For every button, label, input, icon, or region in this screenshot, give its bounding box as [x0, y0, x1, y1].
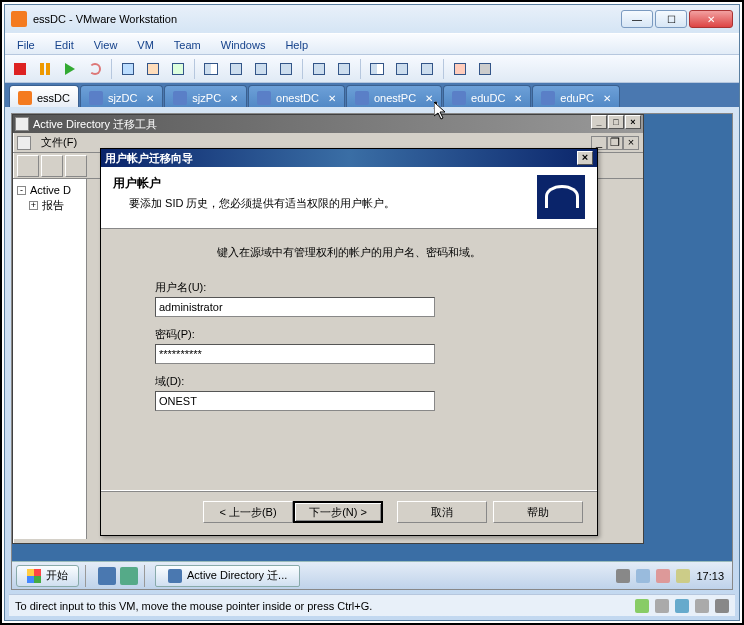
start-button[interactable]: 开始 — [16, 565, 79, 587]
ad-nav-back[interactable] — [17, 155, 39, 177]
guest-taskbar: 开始 Active Directory 迁... 17:13 — [12, 561, 732, 589]
menu-team[interactable]: Team — [166, 37, 209, 51]
wizard-instruction: 键入在源域中有管理权利的帐户的用户名、密码和域。 — [131, 245, 567, 260]
tree-child[interactable]: 报告 — [42, 198, 64, 213]
device-icon[interactable] — [635, 599, 649, 613]
ad-tool-btn[interactable] — [65, 155, 87, 177]
close-icon[interactable]: ✕ — [328, 93, 336, 104]
tab-edudc[interactable]: eduDC✕ — [443, 85, 531, 107]
unity-button[interactable] — [308, 58, 330, 80]
reset-button[interactable] — [84, 58, 106, 80]
cancel-button[interactable]: 取消 — [397, 501, 487, 523]
fullscreen-button[interactable] — [275, 58, 297, 80]
mouse-cursor-icon — [434, 102, 446, 120]
close-icon[interactable]: ✕ — [514, 93, 522, 104]
capture-button[interactable] — [416, 58, 438, 80]
ad-child-close[interactable]: × — [623, 136, 639, 150]
ad-close-button[interactable]: × — [625, 115, 641, 129]
tab-label: onestDC — [276, 92, 319, 104]
tree-root[interactable]: Active D — [30, 184, 71, 196]
tab-edupc[interactable]: eduPC✕ — [532, 85, 620, 107]
close-icon[interactable]: ✕ — [230, 93, 238, 104]
menu-windows[interactable]: Windows — [213, 37, 274, 51]
record-button[interactable] — [449, 58, 471, 80]
menu-file[interactable]: File — [9, 37, 43, 51]
task-icon — [168, 569, 182, 583]
device-icon[interactable] — [695, 599, 709, 613]
username-input[interactable] — [155, 297, 435, 317]
quicklaunch-icon[interactable] — [120, 567, 138, 585]
start-label: 开始 — [46, 568, 68, 583]
taskbar-item[interactable]: Active Directory 迁... — [155, 565, 300, 587]
close-icon[interactable]: ✕ — [603, 93, 611, 104]
task-label: Active Directory 迁... — [187, 568, 287, 583]
tray-icon[interactable] — [636, 569, 650, 583]
close-button[interactable]: ✕ — [689, 10, 733, 28]
ad-nav-fwd[interactable] — [41, 155, 63, 177]
back-button[interactable]: < 上一步(B) — [203, 501, 293, 523]
tab-label: eduDC — [471, 92, 505, 104]
status-text: To direct input to this VM, move the mou… — [15, 600, 372, 612]
tab-label: sjzDC — [108, 92, 137, 104]
ad-maximize-button[interactable]: □ — [608, 115, 624, 129]
appliance-button[interactable] — [391, 58, 413, 80]
power-off-button[interactable] — [9, 58, 31, 80]
power-on-button[interactable] — [59, 58, 81, 80]
ad-minimize-button[interactable]: _ — [591, 115, 607, 129]
snapshot-button[interactable] — [117, 58, 139, 80]
next-button[interactable]: 下一步(N) > — [293, 501, 383, 523]
wizard-heading: 用户帐户 — [113, 175, 537, 192]
close-icon[interactable]: ✕ — [146, 93, 154, 104]
console-button[interactable] — [250, 58, 272, 80]
svg-marker-0 — [434, 102, 445, 119]
wizard-close-button[interactable]: × — [577, 151, 593, 165]
tree-expand-icon[interactable]: + — [29, 201, 38, 210]
help-button[interactable]: 帮助 — [493, 501, 583, 523]
guest-desktop[interactable]: Active Directory 迁移工具 _ □ × 文件(F) _ ❐ × — [12, 114, 732, 589]
ad-child-restore[interactable]: ❐ — [607, 136, 623, 150]
clock[interactable]: 17:13 — [696, 570, 724, 582]
ad-menu-file[interactable]: 文件(F) — [35, 133, 83, 152]
tab-essdc[interactable]: essDC — [9, 85, 79, 107]
menu-edit[interactable]: Edit — [47, 37, 82, 51]
replay-button[interactable] — [333, 58, 355, 80]
minimize-button[interactable]: — — [621, 10, 653, 28]
menu-vm[interactable]: VM — [129, 37, 162, 51]
tray-icon[interactable] — [656, 569, 670, 583]
maximize-button[interactable]: ☐ — [655, 10, 687, 28]
tray-icon[interactable] — [676, 569, 690, 583]
ad-window-title: Active Directory 迁移工具 — [33, 117, 641, 132]
menu-help[interactable]: Help — [277, 37, 316, 51]
tree-collapse-icon[interactable]: - — [17, 186, 26, 195]
tab-label: onestPC — [374, 92, 416, 104]
manage-button[interactable] — [167, 58, 189, 80]
suspend-button[interactable] — [34, 58, 56, 80]
device-icon[interactable] — [655, 599, 669, 613]
close-icon[interactable]: ✕ — [425, 93, 433, 104]
tab-sjzdc[interactable]: sjzDC✕ — [80, 85, 163, 107]
toolbar — [5, 55, 739, 83]
wizard-title: 用户帐户迁移向导 — [105, 151, 193, 166]
domain-label: 域(D): — [155, 374, 567, 389]
tab-onestpc[interactable]: onestPC✕ — [346, 85, 442, 107]
app-icon — [11, 11, 27, 27]
tray-icon[interactable] — [616, 569, 630, 583]
thumbnail-button[interactable] — [225, 58, 247, 80]
domain-input[interactable] — [155, 391, 435, 411]
device-icon[interactable] — [675, 599, 689, 613]
ad-tree[interactable]: -Active D +报告 — [13, 179, 87, 539]
statusbar: To direct input to this VM, move the mou… — [9, 594, 735, 616]
revert-button[interactable] — [142, 58, 164, 80]
password-input[interactable] — [155, 344, 435, 364]
device-icon[interactable] — [715, 599, 729, 613]
wizard-dialog: 用户帐户迁移向导 × 用户帐户 要添加 SID 历史，您必须提供有适当权限的用户… — [100, 148, 598, 536]
stop-record-button[interactable] — [474, 58, 496, 80]
menu-view[interactable]: View — [86, 37, 126, 51]
summary-button[interactable] — [366, 58, 388, 80]
wizard-subheading: 要添加 SID 历史，您必须提供有适当权限的用户帐户。 — [113, 196, 537, 211]
password-label: 密码(P): — [155, 327, 567, 342]
tab-sjzpc[interactable]: sjzPC✕ — [164, 85, 247, 107]
tab-onestdc[interactable]: onestDC✕ — [248, 85, 345, 107]
quicklaunch-icon[interactable] — [98, 567, 116, 585]
sidebar-button[interactable] — [200, 58, 222, 80]
